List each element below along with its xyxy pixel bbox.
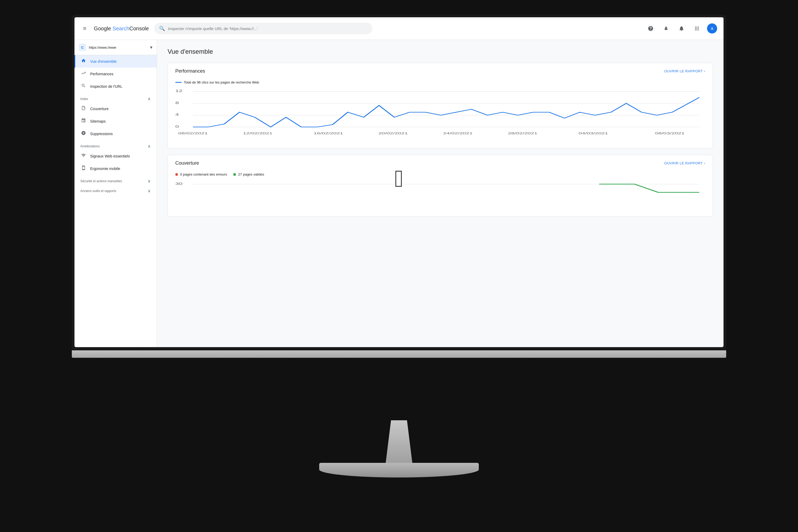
nav-section-chevron-securite: ∨ — [148, 178, 151, 184]
sidebar-item-signaux-web[interactable]: Signaux Web essentiels — [75, 150, 157, 162]
couverture-card-title: Couverture — [175, 160, 199, 166]
svg-text:08/03/2021: 08/03/2021 — [655, 132, 685, 135]
svg-text:20/02/2021: 20/02/2021 — [379, 132, 408, 135]
nav-section-label-index: Index — [80, 97, 88, 101]
couverture-legend-errors: 0 pages contenant des erreurs — [175, 172, 227, 176]
sidebar-item-ergonomie-mobile[interactable]: Ergonomie mobile — [75, 162, 157, 175]
couverture-legend-valid-label: 27 pages valides — [238, 172, 264, 176]
search-bar[interactable]: 🔍 — [154, 23, 373, 34]
trending-icon — [81, 71, 86, 77]
apps-icon[interactable] — [691, 23, 702, 34]
search-bar-icon: 🔍 — [159, 25, 165, 32]
home-icon — [81, 58, 86, 64]
stand-neck — [373, 420, 425, 463]
performances-legend: Total de 96 clics sur les pages de reche… — [175, 78, 705, 89]
signaux-web-icon — [81, 153, 86, 159]
couverture-link-chevron: › — [704, 161, 705, 165]
couverture-link-label: OUVRIR LE RAPPORT — [664, 161, 703, 165]
performances-link-chevron: › — [704, 69, 705, 73]
performances-chart: 12 8 4 0 — [175, 89, 705, 142]
property-selector[interactable]: C https://www.//wwe ▾ — [75, 40, 157, 55]
sidebar-item-performances[interactable]: Performances — [75, 68, 157, 80]
performances-legend-item-clicks: Total de 96 clics sur les pages de reche… — [175, 80, 259, 84]
sidebar-item-suppressions[interactable]: Suppressions — [75, 128, 157, 140]
logo-console: Console — [129, 25, 149, 32]
sidebar-item-inspection-url[interactable]: Inspection de l'URL — [75, 80, 157, 93]
logo-search: Search — [113, 25, 129, 32]
couverture-chart-svg: 30 — [175, 180, 705, 210]
nav-section-chevron-ameliorations: ∧ — [148, 144, 151, 149]
couverture-icon — [81, 106, 86, 112]
sidebar-item-label-sitemaps: Sitemaps — [90, 119, 106, 124]
sidebar: C https://www.//wwe ▾ Vue d'ensemble — [75, 40, 157, 347]
stand-base — [319, 463, 479, 477]
help-icon[interactable] — [645, 23, 656, 34]
sidebar-item-label-couverture: Couverture — [90, 107, 109, 111]
property-url: https://www.//wwe — [89, 45, 147, 50]
nav-section-index[interactable]: Index ∧ — [75, 93, 157, 102]
svg-text:12: 12 — [175, 89, 183, 93]
avatar[interactable]: a — [707, 23, 717, 34]
sitemaps-icon — [81, 118, 86, 124]
sidebar-item-label-signaux-web: Signaux Web essentiels — [90, 154, 130, 158]
page-title: Vue d'ensemble — [168, 48, 713, 55]
nav-section-label-ameliorations: Améliorations — [80, 145, 100, 148]
svg-text:08/02/2021: 08/02/2021 — [178, 132, 208, 135]
account-circle-icon[interactable] — [661, 23, 671, 34]
performances-card-header: Performances OUVRIR LE RAPPORT › — [168, 63, 712, 78]
performances-card: Performances OUVRIR LE RAPPORT › Total d… — [168, 63, 713, 148]
search-icon-sidebar — [81, 83, 86, 89]
app-logo: Google SearchConsole — [94, 25, 149, 32]
performances-legend-line — [175, 82, 182, 83]
svg-text:8: 8 — [175, 101, 179, 104]
ergonomie-mobile-icon — [81, 166, 86, 172]
couverture-card: Couverture OUVRIR LE RAPPORT › 0 pages c… — [168, 155, 713, 216]
svg-text:24/02/2021: 24/02/2021 — [443, 132, 473, 135]
page-content: Vue d'ensemble Performances OUVRIR LE RA… — [157, 40, 723, 347]
couverture-legend: 0 pages contenant des erreurs 27 pages v… — [175, 170, 705, 180]
sidebar-item-label-ergonomie-mobile: Ergonomie mobile — [90, 167, 120, 171]
couverture-card-body: 0 pages contenant des erreurs 27 pages v… — [168, 170, 712, 216]
performances-card-body: Total de 96 clics sur les pages de reche… — [168, 78, 712, 148]
valid-legend-dot — [233, 173, 236, 176]
couverture-card-header: Couverture OUVRIR LE RAPPORT › — [168, 155, 712, 170]
nav-section-chevron-anciens-outils: ∨ — [148, 188, 151, 193]
monitor-area: ≡ Google SearchConsole 🔍 — [0, 0, 798, 532]
logo-google: Google — [94, 25, 113, 32]
nav-section-securite[interactable]: Sécurité et actions manuelles ∨ — [75, 175, 157, 185]
nav-section-chevron-index: ∧ — [148, 96, 151, 101]
sidebar-item-label-performances: Performances — [90, 72, 113, 76]
apple-logo-icon:  — [395, 165, 403, 192]
search-input[interactable] — [168, 26, 367, 31]
menu-icon[interactable]: ≡ — [81, 23, 89, 34]
property-dropdown-icon[interactable]: ▾ — [150, 44, 152, 50]
couverture-legend-valid: 27 pages valides — [233, 172, 264, 176]
svg-text:28/02/2021: 28/02/2021 — [508, 132, 537, 135]
performances-link-label: OUVRIR LE RAPPORT — [664, 69, 703, 73]
main-content: C https://www.//wwe ▾ Vue d'ensemble — [75, 40, 723, 347]
svg-text:12/02/2021: 12/02/2021 — [243, 132, 273, 135]
monitor-bottom-bar — [72, 350, 726, 358]
monitor-stand — [319, 420, 479, 477]
notifications-icon[interactable] — [676, 23, 687, 34]
performances-open-report-link[interactable]: OUVRIR LE RAPPORT › — [664, 69, 705, 73]
sidebar-item-couverture[interactable]: Couverture — [75, 102, 157, 115]
svg-text:30: 30 — [175, 182, 183, 186]
svg-text:4: 4 — [175, 113, 179, 116]
suppressions-icon — [81, 131, 86, 137]
sidebar-item-label-vue-ensemble: Vue d'ensemble — [90, 59, 116, 63]
nav-section-label-securite: Sécurité et actions manuelles — [80, 179, 122, 183]
couverture-open-report-link[interactable]: OUVRIR LE RAPPORT › — [664, 161, 705, 165]
sidebar-item-sitemaps[interactable]: Sitemaps — [75, 115, 157, 128]
performances-legend-label: Total de 96 clics sur les pages de reche… — [184, 80, 259, 84]
error-legend-dot — [175, 173, 178, 176]
sidebar-item-vue-ensemble[interactable]: Vue d'ensemble — [75, 55, 157, 68]
nav-section-ameliorations[interactable]: Améliorations ∧ — [75, 140, 157, 150]
couverture-chart: 30 — [175, 180, 705, 210]
performances-card-title: Performances — [175, 68, 205, 74]
nav-section-label-anciens-outils: Anciens outils et rapports — [80, 189, 116, 193]
couverture-legend-errors-label: 0 pages contenant des erreurs — [180, 172, 227, 176]
nav-section-anciens-outils[interactable]: Anciens outils et rapports ∨ — [75, 185, 157, 194]
sidebar-item-label-suppressions: Suppressions — [90, 132, 113, 136]
svg-text:16/02/2021: 16/02/2021 — [314, 132, 343, 135]
